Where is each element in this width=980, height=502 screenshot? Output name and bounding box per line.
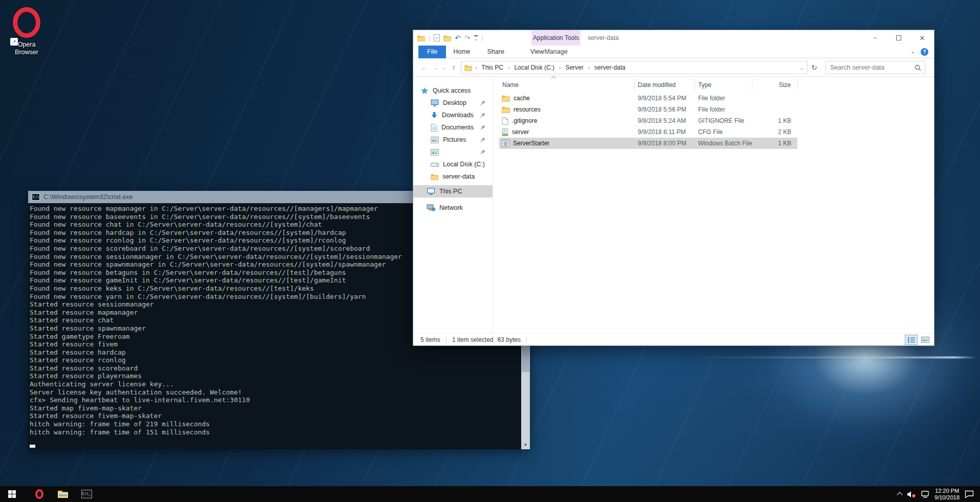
taskbar-cmd-button[interactable]: C:\_: [75, 486, 98, 502]
scroll-down-icon[interactable]: ▼: [521, 441, 530, 449]
file-list: Name Date modified Type Size cache 9/9/2…: [499, 77, 934, 333]
chevron-right-icon: ›: [507, 65, 510, 71]
column-header-date[interactable]: Date modified: [635, 78, 695, 92]
sidebar-label: Documents: [441, 124, 474, 131]
this-pc-icon: [427, 188, 435, 195]
file-row-resources[interactable]: resources 9/9/2018 5:56 PM File folder: [499, 104, 797, 115]
chevron-right-icon: ›: [587, 65, 591, 71]
tab-file[interactable]: File: [418, 46, 446, 58]
windows-logo-icon: [8, 490, 16, 498]
up-icon[interactable]: ↑: [448, 58, 459, 77]
breadcrumb[interactable]: › This PC › Local Disk (C:) › Server › s…: [461, 61, 808, 74]
sidebar-item-pictures[interactable]: Pictures: [413, 134, 493, 146]
explorer-titlebar[interactable]: | ✓ ↶ ↷ ⌄ | Application Tools server-dat…: [413, 30, 934, 46]
file-date: 9/9/2018 8:11 PM: [635, 128, 695, 136]
explorer-window: | ✓ ↶ ↷ ⌄ | Application Tools server-dat…: [413, 30, 934, 346]
breadcrumb-server-data[interactable]: server-data: [593, 64, 627, 71]
file-size: 1 KB: [752, 140, 797, 147]
console-line: Started resource hardcap: [30, 348, 521, 357]
details-view-button[interactable]: [905, 335, 918, 345]
sidebar-label: Local Disk (C:): [443, 161, 485, 168]
volume-muted-icon[interactable]: [907, 491, 916, 498]
undo-icon[interactable]: ↶: [455, 34, 461, 41]
console-line: hitch warning: frame time of 219 millise…: [30, 420, 521, 428]
ribbon-expand-icon[interactable]: ⌄: [910, 48, 915, 55]
taskbar-clock[interactable]: 12:20 PM 9/10/2018: [934, 488, 960, 500]
close-button[interactable]: ✕: [910, 30, 934, 46]
cmd-title: C:\Windows\system32\cmd.exe: [43, 193, 132, 201]
address-dropdown-icon[interactable]: ⌄: [800, 65, 804, 71]
drive-icon: [431, 161, 439, 167]
tab-home[interactable]: Home: [446, 46, 477, 58]
config-file-icon: [502, 128, 508, 136]
column-header-name[interactable]: Name: [499, 78, 635, 92]
customize-qat-icon[interactable]: ⌄: [474, 35, 478, 41]
breadcrumb-local-disk[interactable]: Local Disk (C:): [513, 64, 556, 71]
back-icon[interactable]: ←: [418, 58, 430, 77]
shortcut-arrow-icon: ↗: [10, 38, 18, 46]
file-type: GITIGNORE File: [695, 117, 752, 124]
clock-time: 12:20 PM: [934, 488, 960, 494]
thumbnails-view-icon: [921, 337, 929, 343]
history-dropdown-icon[interactable]: ⌄: [440, 58, 448, 77]
action-center-icon[interactable]: [965, 490, 974, 498]
opera-icon: [35, 489, 43, 499]
file-row-gitignore[interactable]: .gitignore 9/8/2018 5:24 AM GITIGNORE Fi…: [499, 115, 797, 126]
sidebar-item-desktop[interactable]: Desktop: [413, 97, 493, 109]
pin-icon: [480, 124, 486, 130]
start-button[interactable]: [0, 486, 24, 502]
sidebar-item-documents[interactable]: Documents: [413, 121, 493, 134]
separator: |: [446, 336, 447, 343]
column-header-size[interactable]: Size: [752, 78, 797, 92]
tray-expand-icon[interactable]: [897, 492, 902, 497]
forward-icon[interactable]: →: [430, 58, 441, 77]
tab-manage[interactable]: Manage: [531, 46, 581, 58]
separator: |: [481, 34, 483, 41]
maximize-button[interactable]: [887, 30, 910, 46]
sidebar-label: Pictures: [443, 136, 466, 143]
help-icon[interactable]: ?: [921, 48, 928, 56]
minimize-button[interactable]: –: [863, 30, 887, 46]
cmd-cursor: [30, 445, 35, 448]
network-tray-icon[interactable]: [921, 491, 929, 498]
sidebar-item-local-disk[interactable]: Local Disk (C:): [413, 158, 493, 170]
file-rows: cache 9/9/2018 5:54 PM File folder resou…: [499, 93, 797, 149]
search-input[interactable]: [826, 61, 925, 74]
new-folder-icon[interactable]: [443, 35, 451, 41]
file-date: 9/9/2018 5:56 PM: [635, 106, 695, 113]
status-item-count: 5 items: [420, 336, 440, 343]
sidebar-item-network[interactable]: Network: [413, 202, 493, 214]
application-tools-badge: Application Tools: [531, 30, 581, 46]
taskbar: C:\_ 12:20 PM 9/10/2018: [0, 486, 980, 502]
console-line: Server license key authentication succee…: [30, 388, 521, 397]
breadcrumb-this-pc[interactable]: This PC: [480, 64, 505, 71]
sidebar-item-quick-access[interactable]: Quick access: [413, 84, 493, 97]
sidebar-item-unnamed-folder[interactable]: [413, 146, 493, 158]
desktop-shortcut-opera[interactable]: ↗ Opera Browser: [6, 7, 47, 56]
taskbar-opera-button[interactable]: [28, 486, 51, 502]
file-icon: [502, 117, 508, 125]
sidebar-item-downloads[interactable]: Downloads: [413, 109, 493, 121]
sidebar-item-server-data[interactable]: server-data: [413, 170, 493, 183]
file-row-server[interactable]: server 9/9/2018 8:11 PM CFG File 2 KB: [499, 126, 797, 138]
search-icon[interactable]: [915, 64, 921, 71]
sidebar-item-this-pc[interactable]: This PC: [413, 185, 493, 198]
downloads-icon: [431, 112, 438, 119]
cmd-icon: C:\_: [81, 490, 92, 498]
file-name: .gitignore: [512, 117, 537, 124]
sidebar-label: Desktop: [443, 99, 466, 106]
column-header-type[interactable]: Type: [695, 78, 752, 92]
chevron-right-icon: ›: [474, 65, 478, 71]
sidebar-label: This PC: [439, 188, 462, 195]
opera-logo-icon: [13, 7, 40, 38]
taskbar-explorer-button[interactable]: [51, 486, 75, 502]
batch-file-icon: [502, 140, 509, 147]
breadcrumb-server[interactable]: Server: [564, 64, 585, 71]
file-row-cache[interactable]: cache 9/9/2018 5:54 PM File folder: [499, 93, 797, 104]
redo-icon[interactable]: ↷: [464, 34, 471, 41]
thumbnails-view-button[interactable]: [919, 335, 931, 345]
file-row-serverstarter[interactable]: ServerStarter 9/9/2018 8:00 PM Windows B…: [499, 138, 797, 149]
tab-share[interactable]: Share: [480, 46, 511, 58]
refresh-icon[interactable]: ↻: [811, 58, 817, 77]
properties-icon[interactable]: ✓: [434, 34, 440, 41]
